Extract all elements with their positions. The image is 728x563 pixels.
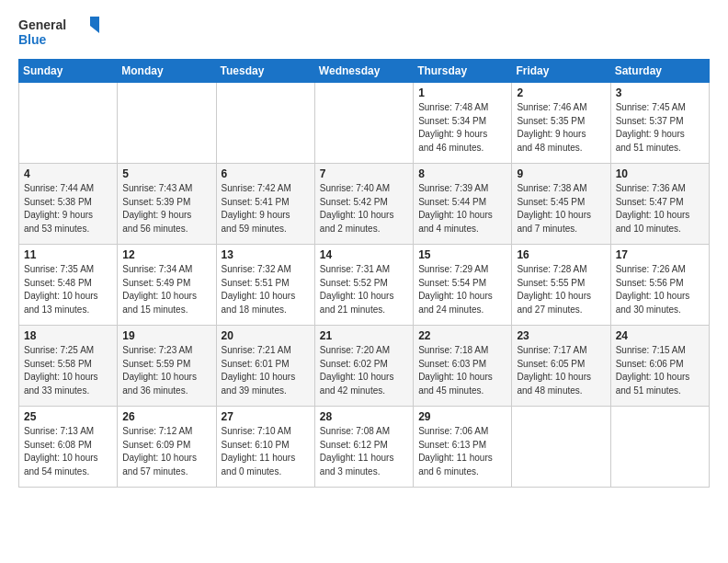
calendar-cell: 13Sunrise: 7:32 AM Sunset: 5:51 PM Dayli… [216, 245, 314, 326]
day-number: 18 [24, 329, 112, 342]
day-info: Sunrise: 7:18 AM Sunset: 6:03 PM Dayligh… [418, 344, 506, 397]
day-info: Sunrise: 7:28 AM Sunset: 5:55 PM Dayligh… [517, 263, 605, 316]
calendar-cell [610, 407, 709, 488]
calendar-cell: 12Sunrise: 7:34 AM Sunset: 5:49 PM Dayli… [118, 245, 216, 326]
header: General Blue [18, 15, 710, 48]
calendar-cell: 11Sunrise: 7:35 AM Sunset: 5:48 PM Dayli… [19, 245, 118, 326]
day-info: Sunrise: 7:38 AM Sunset: 5:45 PM Dayligh… [517, 182, 605, 236]
calendar-cell [512, 407, 610, 488]
calendar-week-row: 1Sunrise: 7:48 AM Sunset: 5:34 PM Daylig… [19, 83, 710, 164]
day-number: 16 [517, 248, 605, 261]
day-number: 4 [24, 167, 112, 180]
calendar-cell: 14Sunrise: 7:31 AM Sunset: 5:52 PM Dayli… [314, 245, 413, 326]
svg-text:General: General [18, 17, 66, 32]
day-info: Sunrise: 7:13 AM Sunset: 6:08 PM Dayligh… [24, 425, 112, 478]
day-number: 17 [616, 248, 704, 261]
calendar-cell: 8Sunrise: 7:39 AM Sunset: 5:44 PM Daylig… [414, 164, 512, 245]
day-info: Sunrise: 7:45 AM Sunset: 5:37 PM Dayligh… [616, 101, 704, 155]
calendar-cell: 25Sunrise: 7:13 AM Sunset: 6:08 PM Dayli… [19, 407, 118, 488]
day-info: Sunrise: 7:08 AM Sunset: 6:12 PM Dayligh… [320, 425, 408, 478]
day-number: 7 [320, 167, 408, 180]
calendar-cell: 6Sunrise: 7:42 AM Sunset: 5:41 PM Daylig… [216, 164, 314, 245]
day-number: 25 [24, 410, 112, 423]
calendar-cell: 18Sunrise: 7:25 AM Sunset: 5:58 PM Dayli… [19, 326, 118, 407]
calendar-table: SundayMondayTuesdayWednesdayThursdayFrid… [18, 59, 710, 488]
calendar-cell: 29Sunrise: 7:06 AM Sunset: 6:13 PM Dayli… [414, 407, 512, 488]
logo: General Blue [18, 15, 101, 48]
day-header-saturday: Saturday [610, 60, 709, 83]
day-header-tuesday: Tuesday [216, 60, 314, 83]
day-number: 29 [418, 410, 506, 423]
calendar-header-row: SundayMondayTuesdayWednesdayThursdayFrid… [19, 60, 710, 83]
calendar-cell [118, 83, 216, 164]
calendar-cell: 28Sunrise: 7:08 AM Sunset: 6:12 PM Dayli… [314, 407, 413, 488]
day-number: 23 [517, 329, 605, 342]
day-header-thursday: Thursday [414, 60, 512, 83]
svg-text:Blue: Blue [18, 32, 47, 47]
day-number: 14 [320, 248, 408, 261]
day-header-monday: Monday [118, 60, 216, 83]
day-number: 5 [122, 167, 210, 180]
day-number: 22 [418, 329, 506, 342]
calendar-cell [19, 83, 118, 164]
day-info: Sunrise: 7:26 AM Sunset: 5:56 PM Dayligh… [616, 263, 704, 316]
calendar-cell: 9Sunrise: 7:38 AM Sunset: 5:45 PM Daylig… [512, 164, 610, 245]
calendar-cell: 7Sunrise: 7:40 AM Sunset: 5:42 PM Daylig… [314, 164, 413, 245]
day-number: 12 [122, 248, 210, 261]
page-container: General Blue SundayMondayTuesdayWednesda… [0, 0, 728, 497]
day-info: Sunrise: 7:48 AM Sunset: 5:34 PM Dayligh… [418, 101, 506, 155]
day-number: 15 [418, 248, 506, 261]
day-number: 2 [517, 86, 605, 99]
calendar-cell [216, 83, 314, 164]
calendar-cell: 15Sunrise: 7:29 AM Sunset: 5:54 PM Dayli… [414, 245, 512, 326]
calendar-cell: 1Sunrise: 7:48 AM Sunset: 5:34 PM Daylig… [414, 83, 512, 164]
day-info: Sunrise: 7:10 AM Sunset: 6:10 PM Dayligh… [222, 425, 310, 478]
day-number: 8 [418, 167, 506, 180]
day-number: 13 [222, 248, 310, 261]
day-info: Sunrise: 7:44 AM Sunset: 5:38 PM Dayligh… [24, 182, 112, 236]
calendar-cell: 17Sunrise: 7:26 AM Sunset: 5:56 PM Dayli… [610, 245, 709, 326]
calendar-week-row: 25Sunrise: 7:13 AM Sunset: 6:08 PM Dayli… [19, 407, 710, 488]
day-info: Sunrise: 7:43 AM Sunset: 5:39 PM Dayligh… [122, 182, 210, 236]
calendar-cell: 20Sunrise: 7:21 AM Sunset: 6:01 PM Dayli… [216, 326, 314, 407]
day-info: Sunrise: 7:20 AM Sunset: 6:02 PM Dayligh… [320, 344, 408, 397]
day-info: Sunrise: 7:25 AM Sunset: 5:58 PM Dayligh… [24, 344, 112, 397]
day-number: 3 [616, 86, 704, 99]
calendar-cell: 3Sunrise: 7:45 AM Sunset: 5:37 PM Daylig… [610, 83, 709, 164]
day-number: 20 [222, 329, 310, 342]
day-info: Sunrise: 7:42 AM Sunset: 5:41 PM Dayligh… [222, 182, 310, 236]
calendar-cell: 4Sunrise: 7:44 AM Sunset: 5:38 PM Daylig… [19, 164, 118, 245]
day-info: Sunrise: 7:23 AM Sunset: 5:59 PM Dayligh… [122, 344, 210, 397]
day-info: Sunrise: 7:36 AM Sunset: 5:47 PM Dayligh… [616, 182, 704, 236]
svg-marker-2 [90, 17, 99, 33]
calendar-cell: 22Sunrise: 7:18 AM Sunset: 6:03 PM Dayli… [414, 326, 512, 407]
day-info: Sunrise: 7:29 AM Sunset: 5:54 PM Dayligh… [418, 263, 506, 316]
calendar-week-row: 11Sunrise: 7:35 AM Sunset: 5:48 PM Dayli… [19, 245, 710, 326]
day-number: 19 [122, 329, 210, 342]
calendar-cell: 19Sunrise: 7:23 AM Sunset: 5:59 PM Dayli… [118, 326, 216, 407]
day-info: Sunrise: 7:35 AM Sunset: 5:48 PM Dayligh… [24, 263, 112, 316]
day-info: Sunrise: 7:15 AM Sunset: 6:06 PM Dayligh… [616, 344, 704, 397]
calendar-cell: 21Sunrise: 7:20 AM Sunset: 6:02 PM Dayli… [314, 326, 413, 407]
day-info: Sunrise: 7:39 AM Sunset: 5:44 PM Dayligh… [418, 182, 506, 236]
day-info: Sunrise: 7:32 AM Sunset: 5:51 PM Dayligh… [222, 263, 310, 316]
day-info: Sunrise: 7:17 AM Sunset: 6:05 PM Dayligh… [517, 344, 605, 397]
day-number: 6 [222, 167, 310, 180]
day-number: 26 [122, 410, 210, 423]
day-info: Sunrise: 7:34 AM Sunset: 5:49 PM Dayligh… [122, 263, 210, 316]
day-info: Sunrise: 7:21 AM Sunset: 6:01 PM Dayligh… [222, 344, 310, 397]
day-number: 21 [320, 329, 408, 342]
day-header-friday: Friday [512, 60, 610, 83]
calendar-cell: 5Sunrise: 7:43 AM Sunset: 5:39 PM Daylig… [118, 164, 216, 245]
day-info: Sunrise: 7:12 AM Sunset: 6:09 PM Dayligh… [122, 425, 210, 478]
day-info: Sunrise: 7:46 AM Sunset: 5:35 PM Dayligh… [517, 101, 605, 155]
calendar-cell: 26Sunrise: 7:12 AM Sunset: 6:09 PM Dayli… [118, 407, 216, 488]
calendar-cell: 2Sunrise: 7:46 AM Sunset: 5:35 PM Daylig… [512, 83, 610, 164]
calendar-cell: 24Sunrise: 7:15 AM Sunset: 6:06 PM Dayli… [610, 326, 709, 407]
calendar-cell: 27Sunrise: 7:10 AM Sunset: 6:10 PM Dayli… [216, 407, 314, 488]
calendar-week-row: 18Sunrise: 7:25 AM Sunset: 5:58 PM Dayli… [19, 326, 710, 407]
day-number: 24 [616, 329, 704, 342]
day-header-sunday: Sunday [19, 60, 118, 83]
day-number: 10 [616, 167, 704, 180]
calendar-week-row: 4Sunrise: 7:44 AM Sunset: 5:38 PM Daylig… [19, 164, 710, 245]
